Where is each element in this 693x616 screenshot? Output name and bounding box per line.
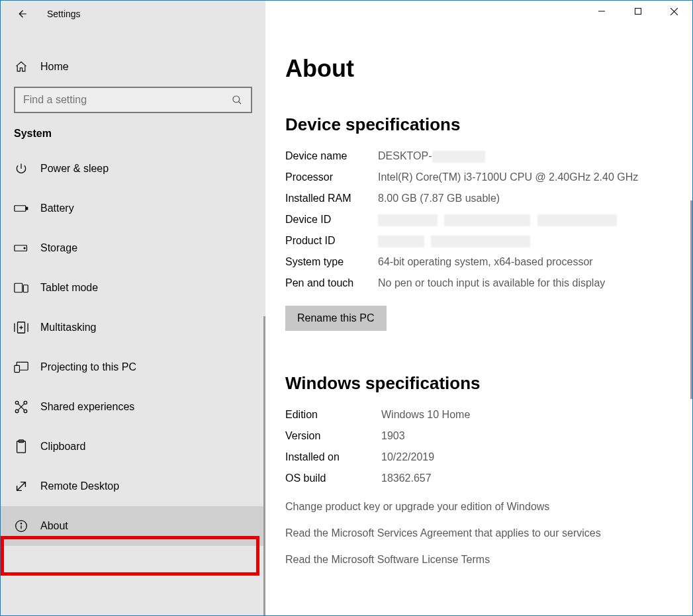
rename-pc-button[interactable]: Rename this PC — [285, 306, 387, 331]
spec-label: Processor — [285, 169, 378, 185]
spec-row-version: Version 1903 — [285, 428, 672, 444]
spec-label: OS build — [285, 470, 381, 486]
search-input[interactable] — [23, 94, 231, 106]
spec-value: 64-bit operating system, x64-based proce… — [378, 254, 672, 270]
sidebar-home-label: Home — [40, 61, 69, 73]
svg-rect-25 — [17, 441, 26, 453]
svg-point-30 — [21, 523, 21, 524]
projecting-icon — [14, 360, 28, 374]
spec-row-installed-on: Installed on 10/22/2019 — [285, 449, 672, 465]
sidebar-item-tablet-mode[interactable]: Tablet mode — [1, 268, 265, 308]
sidebar-item-battery[interactable]: Battery — [1, 189, 265, 228]
redacted-value — [378, 236, 424, 247]
spec-value: Windows 10 Home — [381, 407, 672, 423]
spec-value — [378, 212, 672, 228]
close-button[interactable] — [656, 1, 692, 22]
spec-row-os-build: OS build 18362.657 — [285, 470, 672, 486]
spec-row-ram: Installed RAM 8.00 GB (7.87 GB usable) — [285, 191, 672, 206]
sidebar-item-label: About — [40, 520, 68, 532]
sidebar-item-multitasking[interactable]: Multitasking — [1, 308, 265, 347]
sidebar-item-clipboard[interactable]: Clipboard — [1, 427, 265, 466]
sidebar-item-projecting[interactable]: Projecting to this PC — [1, 347, 265, 387]
spec-row-processor: Processor Intel(R) Core(TM) i3-7100U CPU… — [285, 169, 672, 185]
spec-row-system-type: System type 64-bit operating system, x64… — [285, 254, 672, 270]
main-content: About Device specifications Device name … — [265, 27, 692, 615]
spec-row-device-id: Device ID — [285, 212, 672, 228]
link-services-agreement[interactable]: Read the Microsoft Services Agreement th… — [285, 527, 672, 539]
svg-rect-18 — [15, 365, 20, 372]
sidebar-item-label: Tablet mode — [40, 282, 98, 294]
svg-point-20 — [24, 401, 27, 404]
storage-icon — [14, 241, 28, 255]
sidebar: Home System Power & sleep — [1, 27, 265, 615]
sidebar-item-storage[interactable]: Storage — [1, 228, 265, 268]
spec-label: Version — [285, 428, 381, 444]
info-icon — [14, 519, 28, 533]
sidebar-item-about[interactable]: About — [1, 506, 265, 546]
device-spec-heading: Device specifications — [285, 114, 672, 135]
link-change-product-key[interactable]: Change product key or upgrade your editi… — [285, 501, 672, 513]
sidebar-item-label: Multitasking — [40, 322, 96, 333]
tablet-icon — [14, 281, 28, 295]
sidebar-home[interactable]: Home — [1, 47, 265, 87]
spec-value: No pen or touch input is available for t… — [378, 275, 672, 291]
spec-label: Installed on — [285, 449, 381, 465]
battery-icon — [14, 201, 28, 216]
spec-label: Pen and touch — [285, 275, 378, 291]
redacted-value — [431, 236, 530, 247]
spec-row-edition: Edition Windows 10 Home — [285, 407, 672, 423]
spec-value: 10/22/2019 — [381, 449, 672, 465]
sidebar-item-power-sleep[interactable]: Power & sleep — [1, 149, 265, 189]
svg-point-4 — [233, 96, 240, 103]
svg-line-27 — [17, 482, 26, 491]
spec-value: Intel(R) Core(TM) i3-7100U CPU @ 2.40GHz… — [378, 169, 672, 185]
spec-value: 18362.657 — [381, 470, 672, 486]
spec-label: Product ID — [285, 233, 378, 249]
spec-row-device-name: Device name DESKTOP- — [285, 148, 672, 164]
svg-rect-10 — [15, 283, 23, 292]
link-license-terms[interactable]: Read the Microsoft Software License Term… — [285, 554, 672, 566]
spec-label: Installed RAM — [285, 191, 378, 206]
sidebar-item-label: Power & sleep — [40, 163, 109, 175]
sidebar-item-label: Projecting to this PC — [40, 361, 136, 373]
clipboard-icon — [14, 439, 28, 454]
sidebar-item-remote-desktop[interactable]: Remote Desktop — [1, 466, 265, 506]
power-icon — [14, 161, 28, 176]
spec-label: Device ID — [285, 212, 378, 228]
svg-point-21 — [15, 410, 19, 413]
remote-desktop-icon — [14, 479, 28, 494]
spec-row-pen-touch: Pen and touch No pen or touch input is a… — [285, 275, 672, 291]
sidebar-item-shared-experiences[interactable]: Shared experiences — [1, 387, 265, 427]
svg-rect-11 — [23, 285, 28, 292]
redacted-value — [444, 214, 530, 226]
page-title: About — [285, 55, 672, 83]
svg-rect-7 — [26, 207, 28, 209]
svg-line-5 — [238, 101, 241, 104]
main-scrollbar[interactable] — [690, 200, 692, 399]
svg-rect-6 — [15, 206, 26, 211]
window-title: Settings — [47, 9, 81, 19]
svg-rect-1 — [635, 9, 641, 15]
spec-value: DESKTOP- — [378, 148, 672, 164]
sidebar-item-label: Remote Desktop — [40, 480, 119, 492]
spec-label: System type — [285, 254, 378, 270]
shared-icon — [14, 400, 28, 414]
windows-spec-heading: Windows specifications — [285, 373, 672, 394]
titlebar: Settings — [1, 1, 692, 27]
spec-label: Edition — [285, 407, 381, 423]
sidebar-item-label: Shared experiences — [40, 401, 134, 413]
search-box[interactable] — [14, 87, 252, 113]
minimize-button[interactable] — [583, 1, 620, 22]
back-arrow-icon[interactable] — [15, 7, 28, 21]
sidebar-item-label: Clipboard — [40, 441, 85, 453]
svg-point-19 — [15, 401, 19, 404]
multitasking-icon — [14, 320, 28, 335]
maximize-button[interactable] — [620, 1, 656, 22]
spec-value — [378, 233, 672, 249]
svg-point-22 — [24, 410, 27, 413]
sidebar-item-label: Storage — [40, 242, 77, 254]
spec-value: 1903 — [381, 428, 672, 444]
spec-value: 8.00 GB (7.87 GB usable) — [378, 191, 672, 206]
spec-label: Device name — [285, 148, 378, 164]
redacted-value — [378, 214, 438, 226]
